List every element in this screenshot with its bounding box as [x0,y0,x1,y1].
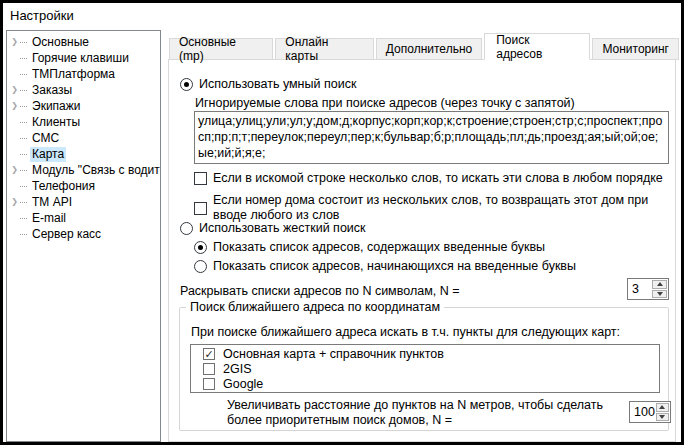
spin-down-icon [659,415,665,419]
maps-list-item-2gis[interactable]: 2GIS [191,361,659,376]
smart-search-radio[interactable]: Использовать умный поиск [180,77,356,92]
tree-connector [20,234,27,235]
spin-buttons [651,279,668,299]
ignored-words-label: Игнорируемые слова при поиске адресов (ч… [195,96,575,111]
spin-buttons [655,402,670,422]
sidebar-item-label: Экипажи [30,99,82,114]
strict-search-radio-label: Использовать жесткий поиск [199,221,366,236]
tree-connector [20,202,27,203]
radio-button-icon[interactable] [194,260,207,273]
expand-chevron-icon[interactable]: ❯ [9,166,20,174]
expand-chevron-icon[interactable]: ❯ [9,102,20,110]
tree-connector [20,186,27,187]
spin-up-button[interactable] [656,403,669,412]
tab-strip: Основные (mp)Онлайн картыДополнительноПо… [169,32,681,60]
spin-up-icon [657,282,663,286]
tree-connector [20,170,27,171]
maps-hint-label: При поиске ближайшего адреса искать в т.… [191,325,620,340]
tree-connector [20,218,27,219]
sidebar-item-label: Модуль "Связь с водителя [30,163,160,178]
distance-label: Увеличивать расстояние до пунктов на N м… [227,398,629,428]
expand-chevron-icon[interactable]: ❯ [9,38,20,46]
maps-list-item-google[interactable]: Google [191,376,659,391]
tab-monitoring[interactable]: Мониторинг [592,38,679,60]
checkbox-icon[interactable] [194,202,207,215]
sidebar-item-label: Заказы [30,83,74,98]
sidebar-item-osnovnye[interactable]: ❯Основные [7,34,160,50]
tab-label: Мониторинг [602,42,669,56]
sidebar-item-label: Клиенты [30,115,82,130]
sidebar-item-email[interactable]: E-mail [7,210,160,226]
nearest-address-group: Поиск ближайшего адреса по координатам П… [179,307,669,431]
sidebar-item-label: СМС [30,131,61,146]
smart-search-radio-label: Использовать умный поиск [199,77,356,92]
house-words-checkbox[interactable]: Если номер дома состоит из нескольких сл… [194,193,665,223]
tab-osnovnye-mp[interactable]: Основные (mp) [169,38,273,60]
contains-letters-radio[interactable]: Показать список адресов, содержащих введ… [194,240,545,255]
checkbox-icon[interactable] [203,378,215,390]
spin-down-button[interactable] [652,290,667,299]
tree-connector [20,106,27,107]
tab-poisk-adresov[interactable]: Поиск адресов [484,33,590,60]
sidebar-item-server-kass[interactable]: Сервер касс [7,226,160,242]
tab-page-address-search: Использовать умный поиск Игнорируемые сл… [168,59,676,442]
checkbox-icon[interactable] [194,172,207,185]
startswith-letters-radio-label: Показать список адресов, начинающихся на… [213,259,576,274]
any-order-checkbox[interactable]: Если в искомой строке несколько слов, то… [194,171,663,186]
ignored-words-input[interactable]: улица;улиц;ули;ул;у;дом;д;корпус;корп;ко… [194,111,669,164]
maps-checklist[interactable]: ✓Основная карта + справочник пунктов2GIS… [190,344,660,393]
spin-down-button[interactable] [656,413,669,422]
sidebar-item-modul-svyaz[interactable]: ❯Модуль "Связь с водителя [7,162,160,178]
spin-up-icon [659,405,665,409]
radio-button-icon[interactable] [180,222,193,235]
tab-label: Поиск адресов [496,33,578,61]
sidebar-item-tm-api[interactable]: ❯ТМ API [7,194,160,210]
radio-button-icon[interactable] [180,78,193,91]
any-order-checkbox-label: Если в искомой строке несколько слов, то… [213,171,663,186]
maps-list-item-osnovnaya-karta[interactable]: ✓Основная карта + справочник пунктов [191,346,659,361]
sidebar-item-label: ТМПлатформа [30,67,117,82]
radio-button-icon[interactable] [194,241,207,254]
tree-connector [20,58,27,59]
sidebar-item-label: E-mail [30,211,68,226]
tab-dopolnitelno[interactable]: Дополнительно [376,38,482,60]
sidebar-item-telefoniya[interactable]: Телефония [7,178,160,194]
tree-connector [20,154,27,155]
maps-list-item-label: Основная карта + справочник пунктов [223,347,444,361]
tree-connector [20,42,27,43]
sidebar-item-label: Горячие клавиши [30,51,131,66]
settings-tree[interactable]: ❯ОсновныеГорячие клавишиТМПлатформа❯Зака… [6,30,161,442]
maps-list-item-label: Google [223,377,263,391]
sidebar-item-zakazy[interactable]: ❯Заказы [7,82,160,98]
sidebar-item-ekipazhi[interactable]: ❯Экипажи [7,98,160,114]
checked-checkbox-icon[interactable]: ✓ [203,348,215,360]
expand-lists-value[interactable]: 3 [628,279,651,299]
strict-search-radio[interactable]: Использовать жесткий поиск [180,221,366,236]
sidebar-item-tm-platforma[interactable]: ТМПлатформа [7,66,160,82]
tab-onlain-karty[interactable]: Онлайн карты [275,38,373,60]
expand-lists-label: Раскрывать списки адресов по N символам,… [180,284,459,299]
tree-connector [20,90,27,91]
expand-lists-spinner[interactable]: 3 [627,278,669,300]
expand-chevron-icon[interactable]: ❯ [9,86,20,94]
checkbox-icon[interactable] [203,363,215,375]
spin-up-button[interactable] [652,280,667,289]
contains-letters-radio-label: Показать список адресов, содержащих введ… [213,240,545,255]
maps-list-item-label: 2GIS [223,362,252,376]
expand-chevron-icon[interactable]: ❯ [9,198,20,206]
distance-spinner[interactable]: 100 [629,401,671,423]
sidebar-item-goryachie-klavishi[interactable]: Горячие клавиши [7,50,160,66]
settings-window: Настройки ❯ОсновныеГорячие клавишиТМПлат… [0,0,684,445]
sidebar-item-karta[interactable]: Карта [7,146,160,162]
sidebar-item-sms[interactable]: СМС [7,130,160,146]
sidebar-item-klienty[interactable]: Клиенты [7,114,160,130]
tree-connector [20,122,27,123]
distance-value[interactable]: 100 [630,402,655,422]
startswith-letters-radio[interactable]: Показать список адресов, начинающихся на… [194,259,576,274]
sidebar-item-label: Сервер касс [30,227,103,242]
tree-connector [20,74,27,75]
sidebar-item-label: Карта [30,147,66,162]
window-title: Настройки [10,8,74,23]
tab-label: Онлайн карты [285,35,363,63]
sidebar-item-label: Основные [30,35,91,50]
